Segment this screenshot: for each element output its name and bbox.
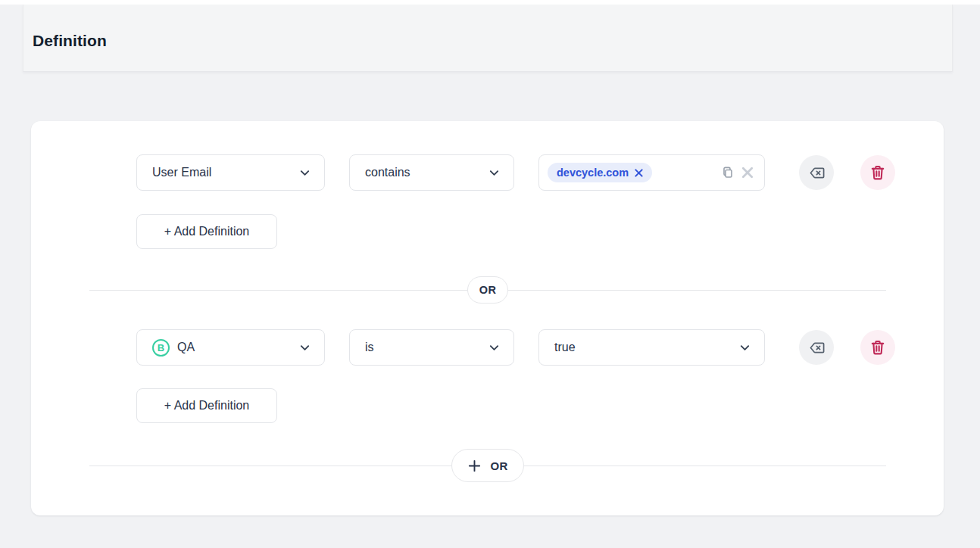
or-divider-pill: OR [467, 276, 508, 304]
clear-row-button[interactable] [799, 330, 834, 365]
definition-builder-card: User Email contains devcycle.com [31, 121, 944, 515]
chevron-down-icon [299, 167, 311, 179]
trash-icon [869, 338, 887, 357]
chevron-down-icon [299, 342, 311, 353]
property-select-label: QA [177, 341, 195, 354]
comparator-select-label: is [365, 341, 374, 354]
comparator-select-is[interactable]: is [349, 329, 514, 366]
chevron-down-icon [488, 342, 500, 353]
chevron-down-icon [488, 167, 500, 179]
clear-row-button[interactable] [799, 155, 834, 190]
chevron-down-icon [739, 342, 751, 353]
backspace-delete-icon [808, 339, 826, 357]
property-select-user-email[interactable]: User Email [136, 154, 325, 191]
delete-row-button[interactable] [860, 155, 895, 190]
backspace-delete-icon [808, 164, 826, 182]
add-or-label: OR [490, 459, 507, 472]
add-or-button[interactable]: OR [451, 449, 523, 482]
property-select-qa[interactable]: B QA [136, 329, 325, 366]
divider-line [89, 290, 467, 291]
property-select-label: User Email [152, 166, 211, 179]
value-select-label: true [554, 341, 576, 354]
add-or-row: OR [89, 449, 886, 482]
remove-tag-icon[interactable] [635, 169, 643, 177]
plus-icon [467, 459, 482, 473]
definition-section-header: Definition [23, 5, 953, 72]
comparator-select-contains[interactable]: contains [349, 154, 514, 191]
comparator-select-label: contains [365, 166, 410, 179]
copy-icon[interactable] [721, 166, 735, 179]
delete-row-button[interactable] [860, 330, 895, 365]
trash-icon [869, 163, 887, 182]
boolean-type-icon: B [152, 339, 170, 357]
divider-line [524, 465, 886, 466]
clear-input-icon[interactable] [741, 167, 754, 179]
or-divider: OR [89, 276, 886, 304]
value-tag-chip: devcycle.com [548, 163, 652, 182]
divider-line [89, 465, 451, 466]
page-title: Definition [33, 32, 107, 50]
divider-line [508, 290, 886, 291]
add-definition-button[interactable]: + Add Definition [136, 388, 277, 423]
value-select-true[interactable]: true [538, 329, 765, 366]
values-tag-input[interactable]: devcycle.com [538, 154, 765, 191]
value-tag-text: devcycle.com [557, 167, 629, 179]
add-definition-button[interactable]: + Add Definition [136, 214, 277, 249]
